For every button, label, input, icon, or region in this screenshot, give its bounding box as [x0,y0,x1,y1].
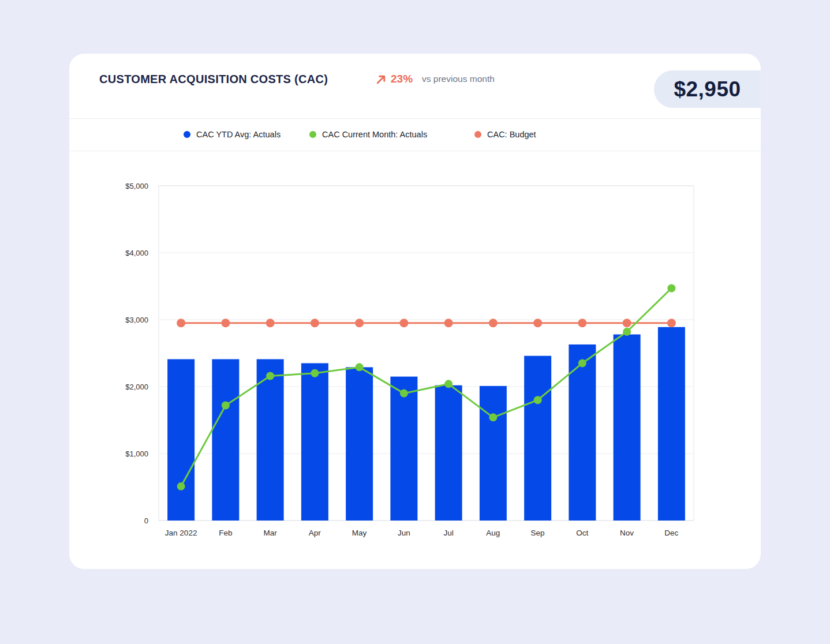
card-header: CUSTOMER ACQUISITION COSTS (CAC) 23% vs … [69,54,761,118]
kpi-value: $2,950 [674,77,741,102]
arrow-up-right-icon [375,73,387,85]
bar-sep[interactable] [524,356,551,521]
x-axis-tick-label: Dec [664,529,678,537]
cac-current-month-actuals-point-apr[interactable] [311,369,319,377]
cac-current-month-actuals-point-jun[interactable] [400,390,408,398]
bar-may[interactable] [346,367,373,521]
legend-dot-green-icon [309,131,316,138]
cac-current-month-actuals-point-jul[interactable] [444,380,453,388]
x-axis-tick-label: Jul [443,529,453,537]
x-axis-tick-label: Nov [620,529,634,537]
cac-budget-point-mar[interactable] [266,319,275,327]
cac-budget-point-sep[interactable] [533,319,542,327]
cac-budget-point-nov[interactable] [623,319,631,327]
cac-budget-point-feb[interactable] [221,319,230,327]
y-axis-tick-label: $1,000 [125,450,148,458]
y-axis-tick-label: $4,000 [125,249,148,257]
trend-indicator: 23% vs previous month [375,72,495,87]
y-axis-tick-label: 0 [144,516,148,525]
cac-current-month-actuals-point-aug[interactable] [489,413,497,421]
x-axis-tick-label: Jan 2022 [165,529,197,537]
legend-label: CAC: Budget [487,130,536,139]
x-axis-tick-label: Apr [309,529,321,537]
x-axis-tick-label: Mar [264,529,278,537]
cac-budget-point-dec[interactable] [667,319,676,327]
cac-current-month-actuals-point-jan-2022[interactable] [177,482,185,491]
cac-chart[interactable]: 0$1,000$2,000$3,000$4,000$5,000Jan 2022F… [69,151,761,569]
x-axis-tick-label: Feb [219,529,232,537]
legend-label: CAC Current Month: Actuals [322,130,427,139]
chart-area: 0$1,000$2,000$3,000$4,000$5,000Jan 2022F… [69,151,761,569]
x-axis-tick-label: Sep [531,529,545,537]
cac-current-month-actuals-line [181,288,672,486]
cac-current-month-actuals-point-nov[interactable] [623,328,631,336]
x-axis-tick-label: Aug [486,529,500,537]
cac-current-month-actuals-point-feb[interactable] [222,401,230,409]
bar-aug[interactable] [480,386,507,521]
bar-jul[interactable] [435,385,462,521]
cac-budget-point-apr[interactable] [311,319,319,327]
y-axis-tick-label: $3,000 [125,316,148,324]
cac-budget-point-jul[interactable] [444,319,453,327]
cac-card: CUSTOMER ACQUISITION COSTS (CAC) 23% vs … [69,54,761,569]
kpi-pill: $2,950 [654,70,761,108]
cac-budget-point-jan-2022[interactable] [177,319,185,327]
cac-current-month-actuals-point-sep[interactable] [534,396,542,404]
legend-item-cac-current-month[interactable]: CAC Current Month: Actuals [309,130,427,139]
bar-mar[interactable] [257,359,284,521]
page-background: { "page": { "background": "#e9ecf8" }, "… [0,0,830,644]
y-axis-tick-label: $2,000 [125,383,148,391]
legend-item-cac-budget[interactable]: CAC: Budget [474,130,536,139]
bar-feb[interactable] [212,359,239,521]
cac-current-month-actuals-point-dec[interactable] [667,284,675,292]
cac-current-month-actuals-point-oct[interactable] [578,359,586,367]
legend-dot-coral-icon [474,131,481,138]
cac-current-month-actuals-point-may[interactable] [356,363,364,371]
legend-label: CAC YTD Avg: Actuals [196,130,281,139]
x-axis-tick-label: Oct [576,529,588,537]
cac-current-month-actuals-point-mar[interactable] [266,372,274,380]
cac-budget-point-may[interactable] [355,319,364,327]
bar-jun[interactable] [390,377,417,521]
bar-jan-2022[interactable] [167,359,195,521]
page-title: CUSTOMER ACQUISITION COSTS (CAC) [99,73,328,86]
x-axis-tick-label: Jun [398,529,410,537]
bar-apr[interactable] [301,363,328,521]
cac-budget-point-oct[interactable] [578,319,586,327]
bar-nov[interactable] [614,335,641,521]
cac-budget-point-aug[interactable] [489,319,498,327]
bar-dec[interactable] [658,327,685,521]
x-axis-tick-label: May [352,529,367,537]
trend-caption: vs previous month [422,74,495,84]
cac-budget-point-jun[interactable] [399,319,408,327]
legend-item-cac-ytd-avg[interactable]: CAC YTD Avg: Actuals [184,130,281,139]
y-axis-tick-label: $5,000 [125,182,148,190]
chart-legend: CAC YTD Avg: Actuals CAC Current Month: … [69,118,761,151]
trend-value: 23% [391,73,413,85]
legend-dot-blue-icon [184,131,190,138]
